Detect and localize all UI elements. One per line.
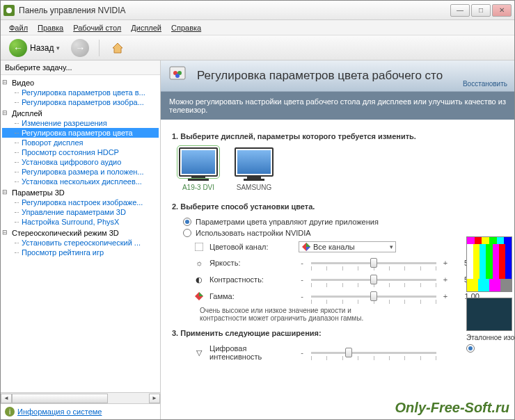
radio-other-apps[interactable]: Параметрами цвета управляют другие прило… — [183, 218, 503, 226]
color-settings-icon — [168, 65, 190, 87]
gamma-icon — [194, 291, 204, 301]
step3-title: 3. Применить следующие расширения: — [172, 329, 503, 337]
task-header: Выберите задачу... — [1, 60, 160, 75]
channel-select[interactable]: Все каналы — [299, 241, 396, 252]
home-button[interactable] — [111, 41, 125, 55]
tree-group[interactable]: Стереоскопический режим 3D — [2, 228, 159, 238]
tree-group[interactable]: Параметры 3D — [2, 188, 159, 197]
menu-display[interactable]: Дисплей — [127, 22, 166, 33]
reference-swatch — [466, 298, 512, 331]
tree-item[interactable]: Регулировка параметров цвета — [2, 128, 159, 138]
tree-item[interactable]: Регулировка параметров цвета в... — [2, 88, 159, 97]
system-info-bar: i Информация о системе — [1, 403, 160, 419]
tree-item[interactable]: Управление параметрами 3D — [2, 207, 159, 217]
tree-item[interactable]: Регулировка параметров изобра... — [2, 97, 159, 107]
tree-item[interactable]: Регулировка настроек изображе... — [2, 197, 159, 207]
toolbar: ← Назад ▾ → — [1, 35, 514, 60]
sidebar: Выберите задачу... ВидеоРегулировка пара… — [1, 60, 161, 419]
intensity-icon: ▽ — [194, 348, 204, 357]
contrast-label: Контрастность: — [209, 275, 293, 284]
svg-rect-5 — [195, 243, 203, 251]
back-arrow-icon: ← — [9, 39, 27, 57]
contrast-slider[interactable] — [311, 273, 436, 286]
tree-item[interactable]: Настройка Surround, PhysX — [2, 217, 159, 227]
titlebar: Панель управления NVIDIA — □ ✕ — [1, 1, 514, 20]
step1-title: 1. Выберите дисплей, параметры которого … — [172, 132, 503, 140]
tree-group[interactable]: Дисплей — [2, 108, 159, 118]
radio-icon — [183, 229, 191, 237]
svg-point-0 — [6, 8, 12, 13]
sidebar-h-scrollbar[interactable]: ◄► — [1, 392, 160, 403]
channel-label: Цветовой канал: — [209, 243, 293, 251]
display-item[interactable]: SAMSUNG — [235, 147, 274, 191]
info-icon: i — [5, 407, 15, 417]
app-window: Панель управления NVIDIA — □ ✕ Файл Прав… — [0, 0, 515, 420]
nav-tree: ВидеоРегулировка параметров цвета в...Ре… — [1, 75, 160, 392]
radio-nvidia[interactable]: Использовать настройки NVIDIA — [183, 229, 503, 237]
tree-item[interactable]: Просмотр состояния HDCP — [2, 147, 159, 157]
tree-item[interactable]: Установка цифрового аудио — [2, 157, 159, 167]
display-label: SAMSUNG — [235, 184, 274, 191]
forward-button[interactable]: → — [67, 38, 93, 58]
radio-icon — [183, 218, 191, 226]
menu-edit[interactable]: Правка — [33, 22, 68, 33]
rgb-diamond-icon — [302, 243, 310, 251]
tree-item[interactable]: Изменение разрешения — [2, 118, 159, 128]
digital-intensity-label: Цифровая интенсивность — [209, 344, 293, 361]
minimize-button[interactable]: — — [450, 4, 470, 17]
tree-item[interactable]: Установить стереоскопический ... — [2, 238, 159, 248]
digital-intensity-slider[interactable] — [311, 346, 436, 359]
back-button[interactable]: ← Назад ▾ — [5, 38, 64, 58]
close-button[interactable]: ✕ — [492, 4, 512, 17]
gamma-slider[interactable] — [311, 290, 436, 302]
brightness-slider[interactable] — [311, 257, 436, 269]
tree-group[interactable]: Видео — [2, 78, 159, 88]
tree-item[interactable]: Регулировка размера и положен... — [2, 167, 159, 177]
nvidia-icon — [3, 5, 15, 16]
brightness-icon: ☼ — [194, 258, 204, 268]
tree-item[interactable]: Установка нескольких дисплеев... — [2, 177, 159, 186]
display-label: A19-3 DVI — [179, 184, 218, 191]
gamma-note: Очень высокое или низкое значение яркост… — [200, 307, 395, 322]
reference-radio[interactable] — [466, 344, 515, 353]
main-panel: Регулировка параметров цвета рабочего ст… — [161, 60, 514, 419]
menu-file[interactable]: Файл — [5, 22, 32, 33]
channel-icon — [194, 242, 204, 252]
tree-item[interactable]: Просмотр рейтинга игр — [2, 248, 159, 257]
brightness-label: Яркость: — [209, 259, 293, 267]
tree-item[interactable]: Поворот дисплея — [2, 138, 159, 147]
menu-help[interactable]: Справка — [167, 22, 205, 33]
page-body: 1. Выберите дисплей, параметры которого … — [161, 120, 514, 419]
restore-link[interactable]: Восстановить — [463, 80, 507, 88]
page-description: Можно регулировать настройки цвета рабоч… — [161, 92, 514, 120]
page-title: Регулировка параметров цвета рабочего ст… — [197, 69, 507, 83]
menu-desktop[interactable]: Рабочий стол — [69, 22, 125, 33]
gamma-label: Гамма: — [209, 292, 293, 300]
contrast-icon: ◐ — [194, 275, 204, 284]
window-title: Панель управления NVIDIA — [19, 6, 450, 15]
preview-column: Эталонное изо — [466, 236, 515, 355]
menubar: Файл Правка Рабочий стол Дисплей Справка — [1, 20, 514, 35]
forward-arrow-icon: → — [71, 39, 89, 57]
system-info-link[interactable]: Информация о системе — [17, 407, 102, 416]
display-item[interactable]: A19-3 DVI — [179, 147, 218, 191]
step2-title: 2. Выберите способ установки цвета. — [172, 202, 503, 211]
page-header: Регулировка параметров цвета рабочего ст… — [161, 60, 514, 92]
reference-label: Эталонное изо — [466, 334, 515, 341]
back-label: Назад — [30, 43, 54, 53]
maximize-button[interactable]: □ — [471, 4, 491, 17]
color-bars-preview — [466, 236, 512, 292]
svg-point-4 — [175, 74, 180, 78]
